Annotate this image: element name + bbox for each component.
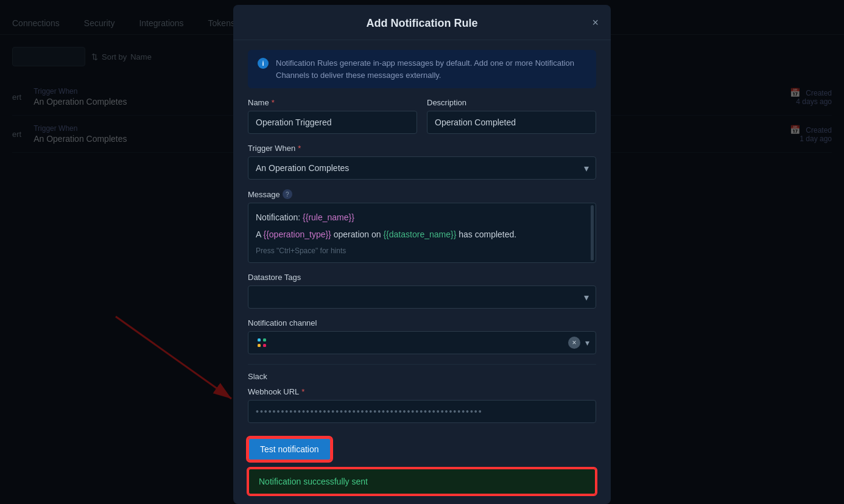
notification-channel-group: Notification channel × ▾ (248, 318, 596, 354)
name-description-row: Name * Description (248, 98, 596, 134)
description-input[interactable] (427, 111, 596, 134)
webhook-url-group: Webhook URL * (248, 387, 596, 423)
message-group: Message ? Notification: {{rule_name}} A … (248, 189, 596, 263)
clear-channel-button[interactable]: × (568, 337, 580, 349)
svg-rect-2 (258, 338, 261, 341)
token-rule-name: {{rule_name}} (303, 212, 354, 222)
name-input[interactable] (248, 111, 417, 134)
token-operation-type: {{operation_type}} (263, 229, 331, 239)
trigger-label: Trigger When * (248, 144, 596, 153)
message-label: Message ? (248, 189, 596, 199)
info-text: Notification Rules generate in-app messa… (276, 57, 586, 81)
description-label: Description (427, 98, 596, 107)
info-icon: i (258, 58, 269, 69)
svg-rect-4 (258, 344, 261, 347)
description-field-group: Description (427, 98, 596, 134)
datastore-tags-group: Datastore Tags ▾ (248, 273, 596, 309)
message-hint: Press "Ctrl+Space" for hints (256, 247, 588, 255)
channel-input-wrapper[interactable]: × ▾ (248, 331, 596, 354)
slack-icon (255, 335, 269, 350)
svg-rect-3 (263, 338, 266, 341)
trigger-select-wrapper: An Operation Completes An Alert Is Trigg… (248, 156, 596, 180)
add-notification-rule-modal: Add Notification Rule × i Notification R… (233, 5, 611, 504)
close-button[interactable]: × (592, 17, 599, 28)
datastore-tags-label: Datastore Tags (248, 273, 596, 282)
svg-rect-5 (263, 344, 266, 347)
token-datastore-name: {{datastore_name}} (383, 229, 456, 239)
modal-footer: Cancel Save (233, 495, 611, 504)
required-indicator: * (301, 387, 304, 396)
channel-dropdown-icon[interactable]: ▾ (585, 338, 589, 348)
section-divider (248, 364, 596, 365)
success-message-box: Notification successfully sent (248, 468, 596, 495)
scrollbar (591, 205, 594, 261)
required-indicator: * (298, 144, 301, 153)
trigger-when-group: Trigger When * An Operation Completes An… (248, 144, 596, 180)
trigger-select[interactable]: An Operation Completes An Alert Is Trigg… (248, 156, 596, 180)
modal-title: Add Notification Rule (367, 17, 478, 30)
datastore-tags-select[interactable] (248, 285, 596, 309)
test-notification-button[interactable]: Test notification (248, 438, 331, 461)
message-line-2: A {{operation_type}} operation on {{data… (256, 228, 588, 241)
notification-channel-label: Notification channel (248, 318, 596, 327)
name-label: Name * (248, 98, 417, 107)
message-line-1: Notification: {{rule_name}} (256, 211, 588, 224)
modal-header: Add Notification Rule × (233, 5, 611, 40)
webhook-label: Webhook URL * (248, 387, 596, 396)
name-field-group: Name * (248, 98, 417, 134)
info-banner: i Notification Rules generate in-app mes… (248, 50, 596, 88)
webhook-input[interactable] (248, 400, 596, 423)
modal-body: Name * Description Trigger When * An Ope… (233, 98, 611, 495)
message-editor[interactable]: Notification: {{rule_name}} A {{operatio… (248, 203, 596, 263)
required-indicator: * (272, 98, 275, 107)
datastore-tags-select-wrapper: ▾ (248, 285, 596, 309)
slack-section-label: Slack (248, 372, 596, 381)
help-icon[interactable]: ? (283, 189, 292, 199)
